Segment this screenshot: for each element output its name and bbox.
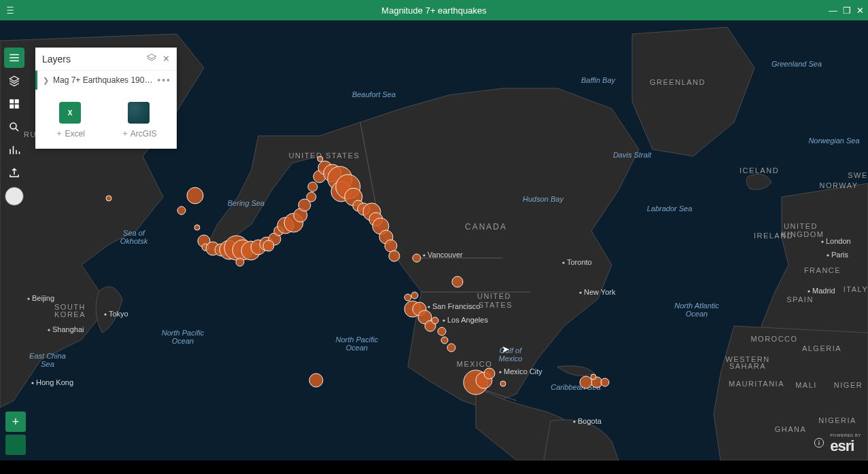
country-label: CANADA xyxy=(465,222,507,232)
svg-point-15 xyxy=(31,382,33,384)
earthquake-point[interactable] xyxy=(601,378,609,386)
country-label: GHANA xyxy=(775,425,807,433)
country-label: UNITED xyxy=(477,292,511,300)
city-label: Madrid xyxy=(812,287,835,295)
earthquake-point[interactable] xyxy=(187,187,203,204)
city-label: Mexico City xyxy=(504,367,542,376)
country-label: SAHARA xyxy=(729,362,766,370)
earthquake-point[interactable] xyxy=(236,258,244,266)
minimize-button[interactable]: — xyxy=(829,5,837,16)
country-label: UNITED STATES xyxy=(289,151,360,160)
earthquake-point[interactable] xyxy=(411,292,418,299)
ocean-label: North PacificOcean xyxy=(336,335,379,352)
country-label: FRANCE xyxy=(804,266,841,274)
earthquake-point[interactable] xyxy=(317,156,323,162)
earthquake-point[interactable] xyxy=(447,344,455,352)
earthquake-point[interactable] xyxy=(500,381,506,386)
app-menu-icon[interactable] xyxy=(0,0,20,20)
country-label: SPAIN xyxy=(786,295,814,304)
ocean-label: Norwegian Sea xyxy=(808,136,859,145)
share-button[interactable] xyxy=(4,163,24,183)
earthquake-point[interactable] xyxy=(591,374,596,380)
earthquake-point[interactable] xyxy=(438,327,446,335)
basemap-button[interactable] xyxy=(4,94,24,114)
earthquake-point[interactable] xyxy=(309,373,323,387)
analysis-button[interactable] xyxy=(4,140,24,160)
country-label: ITALY xyxy=(844,285,868,293)
layer-more-icon[interactable]: ••• xyxy=(157,75,171,86)
arcgis-icon xyxy=(128,102,150,124)
earthquake-point[interactable] xyxy=(484,368,495,379)
city-label: Vancouver xyxy=(428,251,463,259)
svg-point-7 xyxy=(579,291,581,293)
svg-point-10 xyxy=(499,371,501,373)
country-label: MAURITANIA xyxy=(729,380,784,388)
layers-panel: Layers ✕ ❯ Mag 7+ Earthquakes 190… ••• X… xyxy=(35,48,177,149)
layers-stack-icon[interactable] xyxy=(146,53,157,65)
add-arcgis-source[interactable]: ＋ArcGIS xyxy=(121,102,157,139)
earthquake-point[interactable] xyxy=(441,337,448,344)
country-label: MOROCCO xyxy=(750,335,797,343)
layer-row[interactable]: ❯ Mag 7+ Earthquakes 190… ••• xyxy=(35,71,177,90)
city-label: Los Angeles xyxy=(447,316,488,324)
svg-point-6 xyxy=(562,261,564,263)
country-label: ALGERIA xyxy=(802,344,841,352)
earthquake-point[interactable] xyxy=(307,192,316,202)
earthquake-point[interactable] xyxy=(389,251,400,261)
excel-label: Excel xyxy=(65,129,84,139)
city-label: Beijing xyxy=(32,294,54,302)
bottom-bar xyxy=(0,460,868,474)
ocean-label: Beaufort Sea xyxy=(352,90,396,98)
side-rail xyxy=(4,48,24,206)
earthquake-point[interactable] xyxy=(263,240,274,251)
svg-point-13 xyxy=(104,313,106,315)
layer-name: Mag 7+ Earthquakes 190… xyxy=(53,75,153,85)
user-avatar[interactable] xyxy=(4,186,24,206)
chevron-right-icon[interactable]: ❯ xyxy=(43,76,49,85)
country-label: GREENLAND xyxy=(650,78,706,86)
city-label: Bogota xyxy=(578,417,602,425)
ocean-label: Greenland Sea xyxy=(771,60,822,68)
earthquake-point[interactable] xyxy=(413,254,421,262)
esri-logo: POWERED BY esri xyxy=(830,433,861,455)
svg-point-11 xyxy=(573,420,575,422)
earthquake-point[interactable] xyxy=(452,276,463,287)
city-label: San Francisco xyxy=(432,302,480,310)
svg-point-12 xyxy=(27,297,29,299)
search-button[interactable] xyxy=(4,117,24,137)
earthquake-point[interactable] xyxy=(404,294,411,301)
svg-rect-3 xyxy=(15,105,19,109)
earthquake-point[interactable] xyxy=(432,317,438,324)
country-label: NIGERIA xyxy=(818,416,856,424)
city-label: New York xyxy=(584,288,616,296)
city-label: London xyxy=(826,237,851,245)
earthquake-point[interactable] xyxy=(580,376,592,388)
layers-button[interactable] xyxy=(4,71,24,91)
ocean-label: North AtlanticOcean xyxy=(674,302,719,318)
earthquake-point[interactable] xyxy=(194,225,200,230)
menu-button[interactable] xyxy=(4,48,24,68)
country-label: NIGER xyxy=(834,381,863,389)
earthquake-point[interactable] xyxy=(106,196,111,201)
svg-point-14 xyxy=(48,329,50,331)
svg-point-8 xyxy=(428,306,430,308)
country-label: MEXICO xyxy=(457,360,492,368)
maximize-button[interactable]: ❐ xyxy=(843,5,851,16)
zoom-secondary-button[interactable] xyxy=(5,435,26,455)
arcgis-label: ArcGIS xyxy=(131,129,157,139)
title-bar: Magnitude 7+ earthquakes — ❐ ✕ xyxy=(0,0,868,20)
city-label: Toronto xyxy=(567,258,592,266)
earthquake-point[interactable] xyxy=(308,182,317,192)
svg-point-17 xyxy=(821,240,823,242)
earthquake-point[interactable] xyxy=(385,240,397,252)
layers-close-icon[interactable]: ✕ xyxy=(162,54,170,64)
excel-icon: X xyxy=(59,102,81,124)
add-excel-source[interactable]: X ＋Excel xyxy=(55,102,84,139)
close-button[interactable]: ✕ xyxy=(856,5,864,16)
country-label: STATES xyxy=(479,301,513,309)
info-icon[interactable] xyxy=(814,437,824,451)
earthquake-point[interactable] xyxy=(177,206,186,215)
ocean-label: Labrador Sea xyxy=(647,204,693,213)
zoom-in-button[interactable]: + xyxy=(5,412,26,432)
map-area[interactable]: Layers ✕ ❯ Mag 7+ Earthquakes 190… ••• X… xyxy=(0,20,868,460)
